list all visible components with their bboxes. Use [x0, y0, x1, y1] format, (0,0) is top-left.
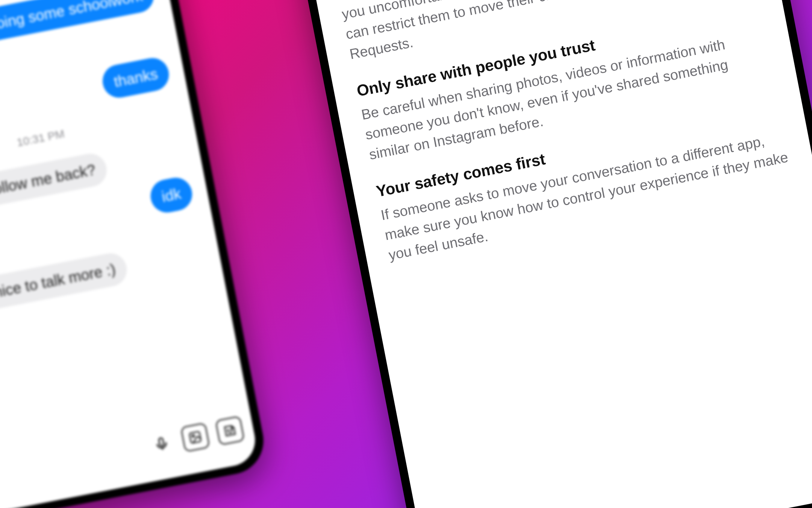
svg-rect-0 [159, 438, 164, 446]
message-composer [0, 404, 259, 508]
message-sent: idk [148, 175, 195, 216]
photo-icon[interactable] [180, 422, 210, 452]
safety-screen: Report Block Don't feel pressured to res… [288, 0, 812, 508]
chat-thread: t you? Cool I'm just at home doing some … [0, 0, 259, 508]
svg-point-3 [227, 430, 229, 431]
svg-point-4 [231, 429, 232, 430]
phone-chat: t you? Cool I'm just at home doing some … [0, 0, 269, 508]
sticker-icon[interactable] [215, 415, 245, 446]
stage: t you? Cool I'm just at home doing some … [0, 0, 812, 508]
message-sent: thanks [100, 55, 172, 100]
safety-notices: Report Block Don't feel pressured to res… [288, 0, 812, 508]
mic-icon[interactable] [148, 430, 176, 458]
chat-screen: t you? Cool I'm just at home doing some … [0, 0, 259, 508]
svg-point-2 [192, 435, 195, 437]
phone-safety: Report Block Don't feel pressured to res… [279, 0, 812, 508]
